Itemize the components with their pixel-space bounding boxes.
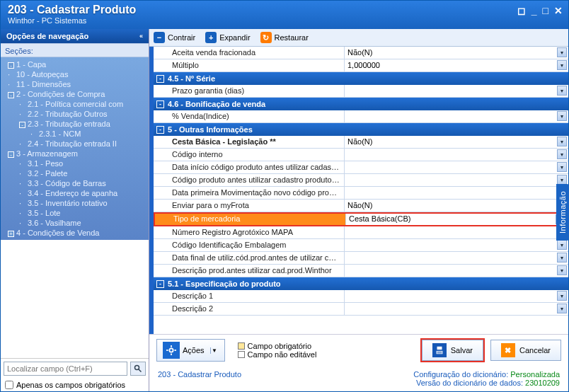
tree-item[interactable]: ·3.2 - Palete — [4, 168, 146, 178]
tree-item[interactable]: +4 - Condições de Venda — [4, 228, 146, 238]
section-header[interactable]: -4.6 - Bonificação de venda — [154, 98, 568, 110]
field-value[interactable]: ▾ — [345, 265, 568, 277]
collapse-icon[interactable]: - — [156, 75, 164, 83]
tree-item[interactable]: -2.3 - Tributação entrada — [4, 119, 146, 129]
tree-item-label[interactable]: 3.6 - Vasilhame — [28, 219, 81, 227]
section-header[interactable]: -4.5 - Nº Série — [154, 72, 568, 85]
collapse-nav-icon[interactable]: « — [139, 33, 143, 40]
tree-item-label[interactable]: 10 - Autopeças — [16, 70, 68, 79]
dropdown-icon[interactable]: ▾ — [557, 304, 567, 313]
dropdown-icon[interactable]: ▾ — [557, 86, 567, 96]
field-value[interactable]: ▾ — [345, 149, 568, 161]
expand-icon[interactable]: + — [8, 231, 14, 237]
grid-row[interactable]: Data final de utiliz.cód.prod.antes de u… — [154, 252, 568, 265]
tree-item-label[interactable]: 3 - Armazenagem — [16, 149, 78, 158]
tree-item-label[interactable]: 3.5 - Lote — [28, 209, 60, 217]
field-value[interactable]: ▾ — [345, 110, 568, 122]
tree-item-label[interactable]: 3.2 - Palete — [28, 169, 67, 178]
tree-item-label[interactable]: 2.2 - Tributação Outros — [28, 110, 108, 118]
collapse-icon[interactable]: - — [156, 280, 164, 288]
tree-item-label[interactable]: 4 - Condições de Venda — [16, 229, 99, 237]
field-value[interactable]: Não(N)▾ — [345, 200, 568, 212]
tree-item[interactable]: -1 - Capa — [4, 59, 146, 69]
expand-icon[interactable]: - — [19, 122, 25, 128]
minimize-icon[interactable]: _ — [531, 5, 537, 16]
section-header[interactable]: -5 - Outras Informações — [154, 123, 568, 136]
collapse-icon[interactable]: - — [156, 100, 164, 108]
info-tab[interactable]: Informação — [556, 184, 569, 241]
search-button[interactable] — [130, 362, 146, 376]
expand-button[interactable]: + Expandir — [205, 32, 250, 43]
dropdown-icon[interactable]: ▾ — [557, 265, 567, 275]
field-value[interactable]: ▾ — [345, 290, 568, 302]
dropdown-icon[interactable]: ▾ — [557, 137, 567, 146]
tree-item[interactable]: ·3.5 - Inventário rotativo — [4, 198, 146, 208]
restore-button[interactable]: ↻ Restaurar — [260, 32, 309, 43]
field-value[interactable]: ▾ — [345, 161, 568, 173]
grid-row[interactable]: Descrição prod.antes utilizar cad.prod.W… — [154, 265, 568, 277]
actions-split-icon[interactable]: ▼ — [210, 347, 219, 354]
section-header[interactable]: -5.1 - Especificação do produto — [154, 277, 568, 290]
grid-row[interactable]: Tipo de mercadoriaCesta Básica(CB)▾ — [154, 212, 568, 226]
dropdown-icon[interactable]: ▾ — [557, 111, 567, 121]
tree-item[interactable]: ·3.5 - Lote — [4, 208, 146, 218]
tree-item[interactable]: ·2.2 - Tributação Outros — [4, 109, 146, 119]
field-value[interactable]: Não(N)▾ — [345, 136, 568, 148]
close-icon[interactable]: ✕ — [554, 5, 563, 16]
grid-row[interactable]: Múltiplo1,000000▾ — [154, 59, 568, 72]
tree-item[interactable]: -3 - Armazenagem — [4, 149, 146, 158]
cancel-button[interactable]: ✖ Cancelar — [490, 340, 561, 361]
dropdown-icon[interactable]: ▾ — [557, 175, 567, 185]
dropdown-icon[interactable]: ▾ — [557, 240, 567, 250]
tree-item[interactable]: ·2.1 - Política comercial com — [4, 99, 146, 109]
tree-item-label[interactable]: 2.3 - Tributação entrada — [28, 120, 110, 128]
grid-row[interactable]: Aceita venda fracionadaNão(N)▾ — [154, 47, 568, 59]
tree-item-label[interactable]: 2.3.1 - NCM — [39, 129, 81, 138]
tree-item-label[interactable]: 2.4 - Tributação entrada II — [28, 139, 117, 148]
grid-row[interactable]: Data primeira Movimentação novo código p… — [154, 187, 568, 200]
grid-row[interactable]: Enviar para o myFrotaNão(N)▾ — [154, 200, 568, 212]
expand-icon[interactable]: - — [8, 92, 14, 98]
nav-tree[interactable]: -1 - Capa·10 - Autopeças·11 - Dimensões-… — [1, 57, 149, 240]
field-value[interactable]: 1,000000▾ — [345, 59, 568, 71]
popout-icon[interactable]: ◻ — [517, 5, 526, 16]
tree-item[interactable]: ·3.3 - Código de Barras — [4, 178, 146, 188]
tree-item-label[interactable]: 1 - Capa — [16, 60, 46, 69]
tree-item[interactable]: ·3.6 - Vasilhame — [4, 218, 146, 228]
tree-item[interactable]: ·11 - Dimensões — [4, 79, 146, 89]
tree-item[interactable]: ·2.4 - Tributação entrada II — [4, 139, 146, 149]
tree-item[interactable]: ·3.1 - Peso — [4, 158, 146, 168]
grid-row[interactable]: % Venda(Indice)▾ — [154, 110, 568, 123]
only-required-checkbox[interactable]: Apenas os campos obrigatórios — [1, 379, 149, 391]
field-value[interactable]: Não(N)▾ — [345, 47, 568, 59]
field-value[interactable]: ▾ — [345, 252, 568, 264]
grid-row[interactable]: Código produto antes utilizar cadastro p… — [154, 174, 568, 187]
tree-item[interactable]: -2 - Condições de Compra — [4, 89, 146, 99]
search-input[interactable] — [4, 362, 127, 376]
grid-row[interactable]: Descrição 1▾ — [154, 290, 568, 303]
field-value[interactable]: ▾ — [345, 303, 568, 315]
dropdown-icon[interactable]: ▾ — [557, 291, 567, 301]
grid-row[interactable]: Número Registro Agrotóxico MAPA▾ — [154, 226, 568, 239]
dropdown-icon[interactable]: ▾ — [557, 253, 567, 263]
tree-item[interactable]: ·3.4 - Endereço de apanha — [4, 188, 146, 198]
grid-row[interactable]: Prazo garantia (dias)▾ — [154, 85, 568, 98]
contract-button[interactable]: − Contrair — [154, 32, 195, 43]
grid-row[interactable]: Data início código produto antes utiliza… — [154, 161, 568, 174]
field-value[interactable]: ▾ — [345, 187, 568, 199]
grid-row[interactable]: Código Identificação Embalagem▾ — [154, 239, 568, 252]
field-value[interactable]: ▾ — [345, 85, 568, 97]
tree-item-label[interactable]: 3.3 - Código de Barras — [28, 179, 106, 188]
tree-item-label[interactable]: 2.1 - Política comercial com — [28, 100, 123, 108]
tree-item-label[interactable]: 11 - Dimensões — [16, 80, 71, 88]
dropdown-icon[interactable]: ▾ — [557, 149, 567, 159]
save-button[interactable]: Salvar — [422, 340, 483, 361]
expand-icon[interactable]: - — [8, 62, 14, 69]
grid-row[interactable]: Cesta Básica - Legislação **Não(N)▾ — [154, 136, 568, 149]
nav-header[interactable]: Opções de navegação « — [1, 29, 149, 43]
property-grid[interactable]: Aceita venda fracionadaNão(N)▾Múltiplo1,… — [149, 47, 568, 334]
field-value[interactable]: ▾ — [345, 239, 568, 251]
tree-item-label[interactable]: 3.5 - Inventário rotativo — [28, 199, 108, 207]
grid-row[interactable]: Descrição 2▾ — [154, 303, 568, 316]
collapse-icon[interactable]: - — [156, 126, 164, 134]
